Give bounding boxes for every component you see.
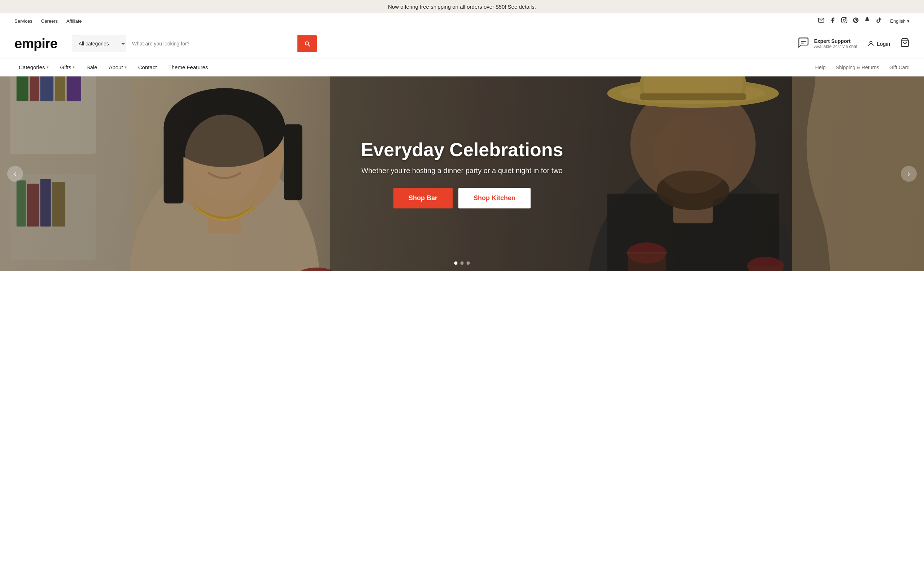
svg-point-3: [846, 18, 846, 19]
nav-categories[interactable]: Categories ▾: [15, 59, 53, 76]
hero-content: Everyday Celebrations Whether you're hos…: [185, 139, 739, 208]
support-subtitle: Available 24/7 via chat: [814, 44, 857, 49]
main-header: empire All categories Expert Support Ava…: [0, 29, 924, 58]
svg-rect-1: [842, 18, 847, 23]
search-icon: [304, 40, 310, 47]
category-select[interactable]: All categories: [72, 35, 126, 52]
slider-dot-2[interactable]: [460, 261, 464, 265]
search-button[interactable]: [297, 35, 317, 52]
search-form: All categories: [72, 35, 317, 52]
site-logo[interactable]: empire: [15, 36, 57, 52]
nav-gift-card[interactable]: Gift Card: [889, 64, 909, 70]
hero-buttons: Shop Bar Shop Kitchen: [185, 188, 739, 208]
snapchat-icon[interactable]: [864, 17, 871, 25]
language-selector[interactable]: English ▾: [890, 18, 909, 24]
instagram-icon[interactable]: [841, 17, 848, 25]
shop-kitchen-button[interactable]: Shop Kitchen: [459, 188, 531, 208]
nav-help[interactable]: Help: [815, 64, 826, 70]
main-nav-left: Categories ▾ Gifts ▾ Sale About ▾ Contac…: [15, 59, 212, 76]
login-button[interactable]: Login: [867, 40, 890, 47]
chevron-down-icon: ▾: [73, 65, 75, 69]
language-chevron: ▾: [907, 18, 909, 24]
login-label: Login: [877, 41, 890, 47]
header-actions: Expert Support Available 24/7 via chat L…: [797, 36, 909, 51]
slider-prev-button[interactable]: ‹: [7, 166, 23, 182]
language-label: English: [890, 18, 906, 24]
pinterest-icon[interactable]: [853, 17, 859, 25]
svg-point-2: [843, 19, 845, 21]
shop-bar-button[interactable]: Shop Bar: [393, 188, 452, 208]
announcement-text: Now offering free shipping on all orders…: [388, 3, 536, 10]
cart-button[interactable]: [900, 38, 909, 49]
facebook-icon[interactable]: [829, 17, 836, 25]
nav-about[interactable]: About ▾: [104, 59, 131, 76]
cart-icon: [900, 38, 909, 47]
search-input[interactable]: [126, 35, 297, 52]
slider-dot-1[interactable]: [454, 261, 458, 265]
top-nav-right: English ▾: [818, 17, 909, 25]
main-nav: Categories ▾ Gifts ▾ Sale About ▾ Contac…: [0, 58, 924, 76]
hero-subtitle: Whether you're hosting a dinner party or…: [185, 167, 739, 175]
tiktok-icon[interactable]: [876, 17, 882, 25]
nav-link-services[interactable]: Services: [15, 18, 32, 24]
chevron-down-icon: ▾: [124, 65, 127, 69]
svg-point-4: [870, 41, 872, 44]
main-nav-right: Help Shipping & Returns Gift Card: [815, 64, 909, 70]
nav-contact[interactable]: Contact: [134, 59, 162, 76]
nav-sale[interactable]: Sale: [82, 59, 102, 76]
top-nav-left-links: Services Careers Affiliate: [15, 18, 82, 24]
support-text: Expert Support Available 24/7 via chat: [814, 38, 857, 49]
support-title: Expert Support: [814, 38, 857, 44]
nav-theme-features[interactable]: Theme Features: [164, 59, 212, 76]
nav-link-affiliate[interactable]: Affiliate: [66, 18, 82, 24]
hero-slider: Everyday Celebrations Whether you're hos…: [0, 76, 924, 271]
hero-title: Everyday Celebrations: [185, 139, 739, 161]
slider-dot-3[interactable]: [467, 261, 470, 265]
user-icon: [867, 40, 874, 47]
chevron-down-icon: ▾: [47, 65, 49, 69]
email-icon[interactable]: [818, 17, 824, 25]
top-nav: Services Careers Affiliate: [0, 13, 924, 29]
support-chat-icon: [797, 36, 809, 51]
slider-dots: [454, 261, 470, 265]
announcement-bar: Now offering free shipping on all orders…: [0, 0, 924, 13]
nav-shipping-returns[interactable]: Shipping & Returns: [835, 64, 879, 70]
support-block: Expert Support Available 24/7 via chat: [797, 36, 857, 51]
nav-gifts[interactable]: Gifts ▾: [56, 59, 79, 76]
slider-next-button[interactable]: ›: [901, 166, 917, 182]
nav-link-careers[interactable]: Careers: [41, 18, 58, 24]
